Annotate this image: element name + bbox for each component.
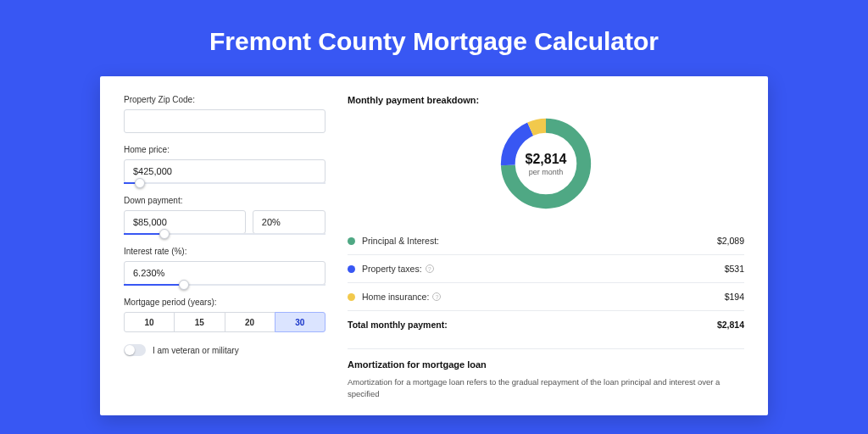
down-payment-label: Down payment:	[124, 196, 326, 205]
divider	[348, 282, 744, 283]
period-button-15[interactable]: 15	[174, 312, 225, 332]
total-row: Total monthly payment: $2,814	[348, 313, 744, 337]
info-icon[interactable]: ?	[432, 292, 441, 301]
period-button-20[interactable]: 20	[225, 312, 275, 332]
amortization-title: Amortization for mortgage loan	[348, 359, 744, 370]
field-veteran: I am veteran or military	[124, 344, 326, 356]
breakdown-value: $2,089	[717, 236, 744, 246]
interest-rate-slider[interactable]	[124, 284, 326, 286]
zip-label: Property Zip Code:	[124, 95, 326, 104]
divider	[348, 310, 744, 311]
home-price-slider[interactable]	[124, 182, 326, 184]
field-zip: Property Zip Code:	[124, 95, 326, 133]
period-button-30[interactable]: 30	[275, 312, 326, 332]
breakdown-title: Monthly payment breakdown:	[348, 95, 744, 105]
total-label: Total monthly payment:	[348, 320, 448, 330]
veteran-label: I am veteran or military	[153, 346, 239, 355]
breakdown-row: Home insurance:?$194	[348, 285, 744, 309]
breakdown-label: Principal & Interest:	[362, 236, 439, 246]
page-title: Fremont County Mortgage Calculator	[0, 0, 868, 76]
field-period: Mortgage period (years): 10152030	[124, 298, 326, 332]
zip-input[interactable]	[124, 109, 326, 133]
period-label: Mortgage period (years):	[124, 298, 326, 307]
field-home-price: Home price:	[124, 145, 326, 184]
amortization-text: Amortization for a mortgage loan refers …	[348, 376, 744, 401]
slider-thumb[interactable]	[159, 229, 170, 239]
breakdown-panel: Monthly payment breakdown: $2,814 per mo…	[337, 95, 744, 397]
field-interest-rate: Interest rate (%):	[124, 247, 326, 286]
breakdown-row: Principal & Interest:$2,089	[348, 229, 744, 253]
legend-dot	[348, 265, 355, 273]
field-down-payment: Down payment:	[124, 196, 326, 235]
down-payment-amount-input[interactable]	[124, 210, 246, 234]
divider	[348, 254, 744, 255]
donut-sub: per month	[529, 168, 564, 176]
calculator-card: Property Zip Code: Home price: Down paym…	[100, 76, 768, 415]
breakdown-value: $194	[725, 292, 744, 302]
total-value: $2,814	[717, 320, 744, 330]
period-button-group: 10152030	[124, 312, 326, 332]
veteran-toggle[interactable]	[124, 344, 146, 356]
breakdown-label: Property taxes:	[362, 264, 422, 274]
home-price-input[interactable]	[124, 159, 326, 183]
down-payment-slider[interactable]	[124, 233, 326, 235]
home-price-label: Home price:	[124, 145, 326, 154]
info-icon[interactable]: ?	[426, 264, 434, 273]
breakdown-value: $531	[725, 264, 744, 274]
amortization-section: Amortization for mortgage loan Amortizat…	[348, 348, 744, 401]
breakdown-row: Property taxes:?$531	[348, 257, 744, 281]
interest-rate-label: Interest rate (%):	[124, 247, 326, 256]
donut-chart: $2,814 per month	[496, 114, 596, 214]
slider-thumb[interactable]	[179, 280, 189, 290]
donut-amount: $2,814	[526, 152, 567, 167]
donut-chart-wrap: $2,814 per month	[348, 114, 744, 214]
slider-thumb[interactable]	[135, 178, 145, 188]
legend-dot	[348, 293, 355, 301]
period-button-10[interactable]: 10	[124, 312, 175, 332]
down-payment-pct-input[interactable]	[253, 210, 326, 234]
interest-rate-input[interactable]	[124, 261, 326, 285]
form-panel: Property Zip Code: Home price: Down paym…	[124, 95, 337, 397]
legend-dot	[348, 237, 355, 245]
breakdown-label: Home insurance:	[362, 292, 429, 302]
